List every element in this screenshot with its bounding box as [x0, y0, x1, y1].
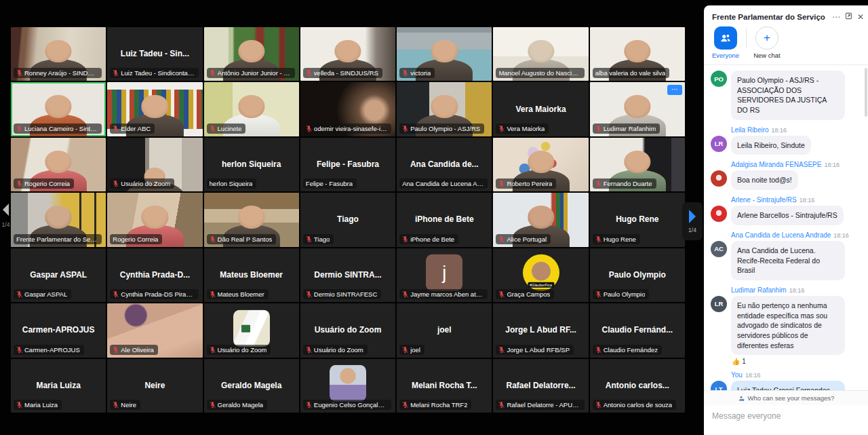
participant-tile[interactable]: Rafael Delatorre...Rafael Delatorre - AP…: [493, 359, 588, 413]
participant-tile[interactable]: Ana Candida de...Ana Candida de Lucena A…: [397, 138, 492, 191]
participant-tile[interactable]: Carmen-APROJUSCarmen-APROJUS: [11, 303, 106, 357]
mic-off-icon: [498, 235, 505, 243]
gallery-next-page-button[interactable]: 1/4: [682, 202, 703, 240]
participant-name-label: odemir vieira-sinasefe-ifsc: [303, 124, 391, 134]
participant-tile[interactable]: herlon Siqueiraherlon Siqueira: [204, 138, 299, 191]
participant-name-label: Rogerio Correia: [14, 178, 74, 189]
participant-tile[interactable]: Dão Real P Santos: [204, 193, 299, 246]
message-reaction[interactable]: 👍 1: [732, 358, 860, 365]
participant-tile[interactable]: ⋯Ludimar Rafanhim: [590, 82, 685, 136]
participant-tile[interactable]: Jorge L Abud RF...Jorge L Abud RFB/SP: [493, 303, 588, 357]
chat-scrollbar[interactable]: [865, 68, 867, 117]
video-grid: Ronney Araújo - SINDSEMP-ACLuiz Tadeu - …: [11, 27, 685, 413]
participant-tile[interactable]: Usuário do Zoom: [107, 138, 202, 191]
everyone-channel-button[interactable]: Everyone: [712, 26, 739, 59]
participant-tile[interactable]: Eugenio Celso Gonçalves: [300, 359, 395, 413]
participant-tile[interactable]: velleda - SINDJUS/RS: [300, 27, 395, 81]
participant-name-label: Paulo Olympio: [593, 289, 650, 299]
participant-tile[interactable]: NeireNeire: [107, 359, 202, 413]
message-time: 18:16: [800, 197, 815, 204]
participant-tile[interactable]: Ronney Araújo - SINDSEMP-AC: [11, 27, 106, 81]
mic-off-icon: [16, 180, 22, 187]
participant-tile[interactable]: TiagoTiago: [300, 193, 395, 246]
participant-tile[interactable]: Geraldo MagelaGeraldo Magela: [204, 359, 299, 413]
participant-tile[interactable]: Claudio Fernánd...Claudio Fernández: [590, 303, 685, 357]
participant-tile[interactable]: Manoel Augusto do Nascimento: [493, 27, 588, 81]
participant-tile[interactable]: jJayme marcos Aben athar neto: [397, 248, 492, 302]
mic-off-icon: [210, 346, 216, 354]
participant-tile[interactable]: Lucinete: [204, 82, 299, 136]
close-icon[interactable]: ✕: [857, 13, 864, 21]
message-sender: Ana Candida de Lucena Andrade18:16: [731, 231, 860, 239]
participant-tile[interactable]: Gaspar ASPALGaspar ASPAL: [11, 248, 106, 302]
message-bubble: Arlene Barcellos - Sintrajufe/RS: [731, 206, 844, 225]
chat-message: Ludimar Rafanhim18:16LREu não pertenço a…: [711, 286, 860, 365]
participant-tile[interactable]: Felipe - FasubraFelipe - Fasubra: [300, 138, 395, 191]
chat-message: Arlene - Sintrajufe/RS18:16Arlene Barcel…: [711, 196, 860, 225]
participant-tile[interactable]: iPhone de BeteiPhone de Bete: [397, 193, 492, 246]
more-options-icon[interactable]: ⋯: [832, 13, 840, 21]
participant-tile[interactable]: Vera MaiorkaVera Maiorka: [493, 82, 588, 136]
participant-name-label: Usuário do Zoom: [110, 178, 174, 189]
new-chat-label: New chat: [753, 52, 781, 59]
chat-panel: Frente Parlamentar do Serviço Público's …: [704, 5, 868, 435]
message-bubble: Luiz Tadeu Grossi Fernandes - Sindiconta…: [731, 381, 845, 390]
participant-name-label: Cynthia Prada-DS Piracicaba: [110, 289, 198, 299]
participant-name-label: Fernando Duarte: [593, 178, 656, 189]
chat-message-input[interactable]: Message everyone: [704, 405, 868, 435]
participant-tile[interactable]: #GlauberFicaGraça Campos: [493, 248, 588, 302]
message-time: 18:16: [833, 232, 849, 239]
participant-tile[interactable]: Alice Portugal: [493, 193, 588, 246]
participant-tile[interactable]: Luiz Tadeu - Sin...Luiz Tadeu - Sindicon…: [107, 27, 202, 81]
participant-tile[interactable]: Dermio SINTRA...Dermio SINTRAFESC: [300, 248, 395, 302]
participant-name-label: Dão Real P Santos: [207, 234, 277, 244]
participant-tile[interactable]: Cynthia Prada-D...Cynthia Prada-DS Pirac…: [107, 248, 202, 302]
participant-tile[interactable]: victoria: [397, 27, 492, 81]
mic-off-icon: [16, 290, 22, 298]
participant-tile[interactable]: Antonio carlos...Antonio carlos de souza: [590, 359, 685, 413]
participant-tile[interactable]: Elder ABC: [107, 82, 202, 136]
tile-more-button[interactable]: ⋯: [667, 85, 682, 95]
participant-tile[interactable]: alba valeria do vale silva: [590, 27, 685, 81]
participant-tile[interactable]: Luciana Carneiro - Sintrajud: [11, 82, 106, 136]
participant-tile[interactable]: Usuário do ZoomUsuário do Zoom: [300, 303, 395, 357]
participant-tile[interactable]: Mateus BloemerMateus Bloemer: [204, 248, 299, 302]
mic-off-icon: [402, 290, 408, 298]
participant-tile[interactable]: Rogerio Correia: [11, 138, 106, 191]
mic-off-icon: [210, 69, 216, 77]
participant-name-label: alba valeria do vale silva: [593, 68, 670, 78]
participant-tile[interactable]: Hugo ReneHugo Rene: [590, 193, 685, 246]
sender-avatar: LT: [711, 381, 727, 390]
message-bubble: Eu não pertenço a nenhuma entidade espec…: [731, 296, 845, 355]
participant-tile[interactable]: Roberto Pereira: [493, 138, 588, 191]
participant-tile[interactable]: odemir vieira-sinasefe-ifsc: [300, 82, 395, 136]
participant-tile[interactable]: Ale Oliveira: [107, 303, 202, 357]
participant-tile[interactable]: Antônio Junior Junior - Tauba...: [204, 27, 299, 81]
message-time: 18:16: [824, 162, 840, 168]
mic-off-icon: [113, 401, 119, 409]
participant-name-label: Ana Candida de Lucena Andrade: [399, 178, 488, 189]
participant-tile[interactable]: joeljoel: [397, 303, 492, 357]
who-can-see-messages-link[interactable]: Who can see your messages?: [704, 390, 868, 405]
participant-tile[interactable]: Usuário do Zoom: [204, 303, 299, 357]
mic-off-icon: [210, 235, 216, 243]
mic-off-icon: [306, 401, 312, 409]
participant-name-label: Ale Oliveira: [110, 345, 158, 355]
popout-icon[interactable]: [845, 12, 852, 21]
participant-name-label: Jayme marcos Aben athar neto: [399, 289, 488, 299]
message-time: 18:16: [789, 287, 805, 294]
gallery-prev-page-button[interactable]: 1/4: [1, 204, 11, 228]
participant-tile[interactable]: Melani Rocha T...Melani Rocha TRF2: [397, 359, 492, 413]
sender-avatar: LR: [711, 136, 727, 152]
message-bubble: Ana Candida de Lucena. Recife-Receita Fe…: [731, 241, 845, 280]
participant-tile[interactable]: Rogerio Correia: [107, 193, 202, 246]
participant-tile[interactable]: Fernando Duarte: [590, 138, 685, 191]
everyone-label: Everyone: [712, 52, 739, 59]
participant-tile[interactable]: Paulo Olympio - ASJ/RS: [397, 82, 492, 136]
new-chat-button[interactable]: + New chat: [753, 26, 781, 59]
participant-tile[interactable]: Frente Parlamentar do Serviço P...: [11, 193, 106, 246]
participant-tile[interactable]: Maria LuizaMaria Luiza: [11, 359, 106, 413]
participant-avatar: j: [426, 254, 462, 291]
participant-tile[interactable]: Paulo OlympioPaulo Olympio: [590, 248, 685, 302]
page-indicator: 1/4: [1, 221, 11, 228]
